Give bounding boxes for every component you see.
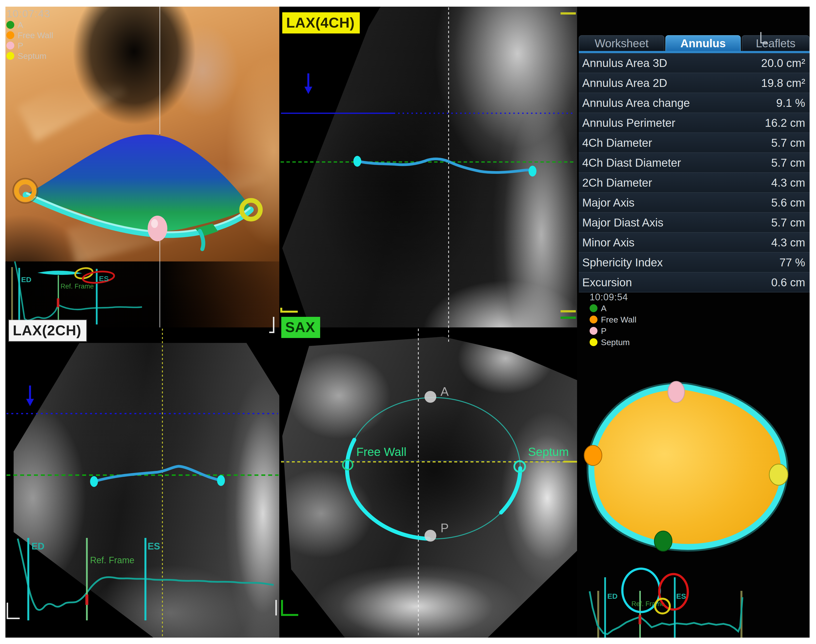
p-color-dot (6, 41, 14, 49)
septum-color-dot (589, 338, 597, 346)
arrow-head (305, 87, 312, 94)
free-wall-color-dot (6, 31, 14, 39)
green-align-dash (560, 317, 576, 319)
measurement-label: Minor Axis (579, 236, 634, 249)
measurement-row: 4Ch Diameter5.7 cm (579, 133, 810, 153)
slice-marker-arrow[interactable] (26, 385, 34, 407)
model-legend: 10:09:54 A Free Wall P Septum (589, 292, 636, 348)
legend-item-free-wall: Free Wall (589, 314, 636, 325)
legend-item-septum: Septum (6, 51, 53, 61)
measurement-value: 19.8 cm² (761, 76, 810, 90)
legend-item-p: P (6, 40, 53, 51)
volume3d-legend: 10:07:43 A Free Wall P Septum (6, 8, 53, 61)
arrow-head (26, 399, 34, 406)
measurement-label: Annulus Area 3D (579, 57, 667, 70)
a-color-dot (6, 21, 14, 29)
tab-annulus[interactable]: Annulus (665, 35, 741, 51)
measurement-row: Major Axis5.6 cm (579, 193, 810, 213)
tissue-ridge (66, 199, 185, 264)
measurement-label: Annulus Area 2D (579, 76, 667, 90)
acquisition-time: 10:09:54 (589, 292, 636, 302)
slice-marker-arrow[interactable] (305, 74, 312, 95)
arrow-shaft (29, 385, 31, 400)
measurement-label: 4Ch Diast Diameter (579, 156, 681, 169)
legend-item-a: A (589, 302, 636, 314)
measurement-row: 4Ch Diast Diameter5.7 cm (579, 153, 810, 173)
mouse-cursor-glyph (760, 32, 767, 43)
a-color-dot (589, 304, 597, 312)
p-color-dot (589, 327, 597, 335)
yellow-align-dash (560, 12, 576, 15)
ultrasound-fan (279, 327, 577, 638)
tissue-ridge (17, 58, 127, 142)
arrow-shaft (307, 74, 309, 87)
measurement-row: Annulus Perimeter16.2 cm (579, 113, 810, 133)
yellow-align-dash (560, 310, 576, 313)
measurement-label: 4Ch Diameter (579, 136, 652, 149)
ultrasound-fan (279, 7, 577, 342)
measurement-label: Major Axis (579, 196, 634, 209)
legend-label: Septum (601, 337, 630, 347)
legend-label: P (18, 41, 23, 51)
measurement-row: Excursion0.6 cm (579, 273, 810, 293)
acquisition-time: 10:07:43 (6, 8, 53, 20)
measurement-row: 2Ch Diameter4.3 cm (579, 173, 810, 193)
legend-item-a: A (6, 20, 53, 30)
results-tabs: Worksheet Annulus Leaflets (579, 35, 810, 51)
measurement-label: Excursion (579, 276, 632, 289)
legend-label: P (601, 326, 606, 336)
measurement-label: Sphericity Index (579, 256, 663, 269)
view-label-lax4ch: LAX(4CH) (282, 12, 360, 34)
measurement-value: 4.3 cm (771, 236, 810, 249)
measurement-row: Annulus Area 2D19.8 cm² (579, 73, 810, 93)
measurement-value: 5.7 cm (771, 156, 810, 169)
lax-4ch-panel[interactable] (279, 7, 577, 342)
measurement-value: 9.1 % (776, 96, 810, 110)
measurement-value: 16.2 cm (765, 116, 810, 129)
tab-leaflets[interactable]: Leaflets (742, 35, 810, 51)
view-label-sax: SAX (281, 317, 320, 338)
measurement-row: Major Diast Axis5.7 cm (579, 213, 810, 233)
legend-item-p: P (589, 325, 636, 337)
view-label-lax2ch: LAX(2CH) (9, 320, 86, 341)
legend-label: Free Wall (601, 315, 636, 325)
measurement-label: Major Diast Axis (579, 216, 663, 229)
legend-label: A (18, 20, 23, 30)
measurement-value: 5.6 cm (771, 196, 810, 209)
measurement-row: Annulus Area 3D20.0 cm² (579, 53, 810, 73)
measurement-table: Annulus Area 3D20.0 cm² Annulus Area 2D1… (579, 53, 810, 293)
tab-worksheet[interactable]: Worksheet (579, 35, 664, 51)
measurement-row: Minor Axis4.3 cm (579, 233, 810, 253)
legend-label: A (601, 304, 606, 313)
sax-panel[interactable] (279, 327, 577, 638)
legend-label: Free Wall (18, 31, 53, 40)
legend-item-septum: Septum (589, 337, 636, 348)
measurement-value: 4.3 cm (771, 176, 810, 189)
ultrasound-fan (5, 327, 279, 638)
measurement-value: 20.0 cm² (761, 57, 810, 70)
tab-underline (579, 51, 810, 53)
lax-2ch-panel[interactable] (5, 327, 279, 638)
measurement-value: 77 % (779, 256, 810, 269)
free-wall-color-dot (589, 316, 597, 324)
measurement-value: 0.6 cm (771, 276, 810, 289)
legend-item-free-wall: Free Wall (6, 30, 53, 40)
measurement-label: 2Ch Diameter (579, 176, 652, 189)
measurement-value: 5.7 cm (771, 136, 810, 149)
legend-label: Septum (18, 51, 46, 61)
septum-color-dot (6, 52, 14, 60)
measurement-row: Sphericity Index77 % (579, 253, 810, 273)
echo-quant-screen: ED Ref. Frame ES ED Ref. Frame ES (0, 0, 816, 644)
measurement-row: Annulus Area change9.1 % (579, 93, 810, 113)
measurement-label: Annulus Area change (579, 96, 690, 110)
mini-ecg-strip (5, 261, 279, 327)
measurement-label: Annulus Perimeter (579, 116, 675, 129)
measurement-value: 5.7 cm (771, 216, 810, 229)
